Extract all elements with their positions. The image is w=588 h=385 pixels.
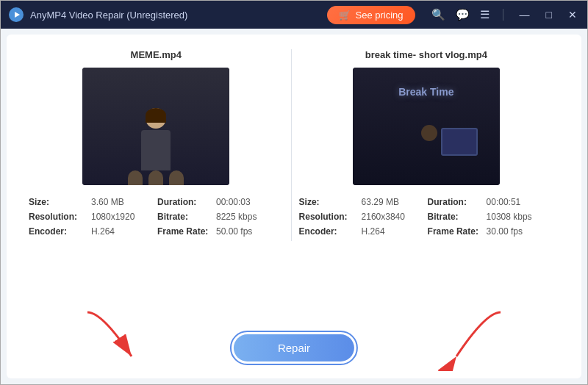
monitor <box>441 128 478 156</box>
app-logo <box>8 7 24 23</box>
right-file-info: Size: 63.29 MB Duration: 00:00:51 Resolu… <box>299 197 554 241</box>
left-encoder-label: Encoder: <box>29 226 84 237</box>
left-file-info: Size: 3.60 MB Duration: 00:00:03 Resolut… <box>29 197 284 241</box>
close-button[interactable]: ✕ <box>565 7 580 22</box>
right-encoder-value: H.264 <box>362 226 420 237</box>
main-content: MEME.mp4 <box>7 35 581 378</box>
left-encoder-value: H.264 <box>91 226 150 237</box>
person-body <box>141 130 171 170</box>
cart-icon: 🛒 <box>339 10 351 21</box>
right-resolution-value: 2160x3840 <box>362 212 420 222</box>
left-bitrate-label: Bitrate: <box>157 212 209 222</box>
right-resolution-label: Resolution: <box>299 212 354 222</box>
left-arrow <box>65 305 183 371</box>
audience-head-1 <box>128 170 143 185</box>
chat-icon[interactable]: 💬 <box>456 8 470 21</box>
person-hair <box>146 108 166 123</box>
right-framerate-value: 30.00 fps <box>487 226 523 237</box>
right-arrow <box>405 305 523 371</box>
left-video-content <box>82 68 229 185</box>
right-info-row-1: Size: 63.29 MB Duration: 00:00:51 <box>299 197 554 207</box>
left-bitrate-value: 8225 kbps <box>216 212 257 222</box>
search-icon[interactable]: 🔍 <box>431 8 445 21</box>
audience-head-2 <box>148 170 163 185</box>
right-duration-value: 00:00:51 <box>487 197 521 207</box>
right-bitrate-label: Bitrate: <box>428 212 479 222</box>
audience-row <box>82 167 229 185</box>
left-size-value: 3.60 MB <box>91 197 150 207</box>
repair-button[interactable]: Repair <box>234 334 354 361</box>
left-framerate-value: 50.00 fps <box>216 226 252 237</box>
right-panel: break time- short vlog.mp4 Break Time Si… <box>299 49 554 241</box>
left-panel: MEME.mp4 <box>29 49 284 241</box>
left-resolution-value: 1080x1920 <box>91 212 150 222</box>
maximize-button[interactable]: □ <box>543 7 555 22</box>
break-time-overlay: Break Time <box>398 86 453 98</box>
left-size-label: Size: <box>29 197 84 207</box>
right-framerate-label: Frame Rate: <box>428 226 479 237</box>
right-video-thumbnail: Break Time <box>353 68 500 185</box>
right-size-value: 63.29 MB <box>362 197 420 207</box>
minimize-button[interactable]: — <box>517 7 533 22</box>
app-title: AnyMP4 Video Repair (Unregistered) <box>30 10 327 21</box>
left-duration-label: Duration: <box>157 197 209 207</box>
panel-divider <box>291 49 292 241</box>
figure-standing <box>141 108 171 170</box>
left-framerate-label: Frame Rate: <box>157 226 209 237</box>
panels-wrapper: MEME.mp4 <box>29 49 559 241</box>
left-info-row-2: Resolution: 1080x1920 Bitrate: 8225 kbps <box>29 212 284 222</box>
desk-scene <box>419 119 485 170</box>
right-size-label: Size: <box>299 197 354 207</box>
left-info-row-3: Encoder: H.264 Frame Rate: 50.00 fps <box>29 226 284 237</box>
right-info-row-2: Resolution: 2160x3840 Bitrate: 10308 kbp… <box>299 212 554 222</box>
pricing-label: See pricing <box>355 10 403 21</box>
menu-icon[interactable]: ☰ <box>480 8 490 21</box>
bottom-section: Repair <box>7 290 581 378</box>
titlebar: AnyMP4 Video Repair (Unregistered) 🛒 See… <box>1 1 587 29</box>
pricing-button[interactable]: 🛒 See pricing <box>327 6 415 24</box>
left-duration-value: 00:00:03 <box>216 197 251 207</box>
right-encoder-label: Encoder: <box>299 226 354 237</box>
right-bitrate-value: 10308 kbps <box>487 212 532 222</box>
left-panel-title: MEME.mp4 <box>131 49 182 60</box>
right-info-row-3: Encoder: H.264 Frame Rate: 30.00 fps <box>299 226 554 237</box>
left-video-thumbnail <box>82 68 229 185</box>
repair-button-container: Repair <box>230 331 358 365</box>
titlebar-controls: 🔍 💬 ☰ — □ ✕ <box>431 7 580 22</box>
person-at-desk <box>421 125 437 141</box>
separator <box>503 9 503 21</box>
audience-head-3 <box>169 170 184 185</box>
left-info-row-1: Size: 3.60 MB Duration: 00:00:03 <box>29 197 284 207</box>
left-resolution-label: Resolution: <box>29 212 84 222</box>
right-panel-title: break time- short vlog.mp4 <box>365 49 487 60</box>
right-video-content: Break Time <box>353 68 500 185</box>
right-duration-label: Duration: <box>428 197 479 207</box>
